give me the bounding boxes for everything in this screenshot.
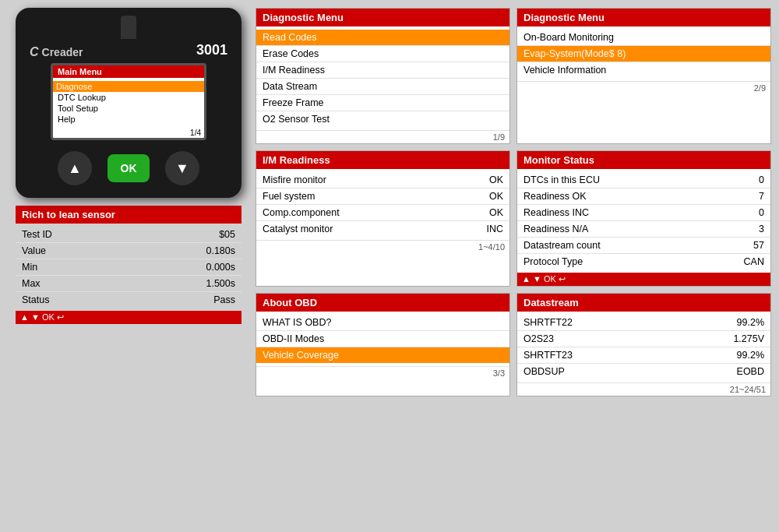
monitor-label-dtcs: DTCs in this ECU <box>523 174 759 185</box>
diag1-body: Read Codes Erase Codes I/M Readiness Dat… <box>256 26 509 130</box>
monitor-value-dtcs: 0 <box>759 174 764 185</box>
monitor-row-ds: Datastream count 57 <box>517 238 770 254</box>
im-value-misfire: OK <box>489 174 503 185</box>
ds-row-shrtft23: SHRTFT23 99.2% <box>517 347 770 364</box>
diag2-label-vi: Vehicle Information <box>523 65 764 76</box>
down-button[interactable]: ▼ <box>165 151 199 185</box>
diag2-label-evap: Evap-System(Mode$ 8) <box>523 48 764 59</box>
im-label-fuel: Fuel system <box>263 191 489 202</box>
ds-label-obdsup: OBDSUP <box>523 366 737 377</box>
diag2-vehicle-info[interactable]: Vehicle Information <box>517 62 770 78</box>
im-row-comp: Comp.component OK <box>256 205 509 221</box>
monitor-label-ds: Datastream count <box>523 240 753 251</box>
diag1-im-readiness[interactable]: I/M Readiness <box>256 62 509 79</box>
device-column: C Creader 3001 Main Menu Diagnose DTC Lo… <box>8 8 249 324</box>
im-value-catalyst: INC <box>486 224 503 234</box>
obd-row-modes[interactable]: OBD-II Modes <box>256 331 509 347</box>
monitor-value-proto: CAN <box>744 256 764 267</box>
screen-item-diagnose[interactable]: Diagnose <box>53 81 204 92</box>
monitor-row-dtcs: DTCs in this ECU 0 <box>517 172 770 188</box>
screen-item-tool[interactable]: Tool Setup <box>58 103 199 114</box>
device-brand: C Creader <box>30 45 83 59</box>
monitor-body: DTCs in this ECU 0 Readiness OK 7 Readin… <box>517 169 770 273</box>
diag1-label-o2: O2 Sensor Test <box>263 114 503 125</box>
screen-item-help[interactable]: Help <box>58 114 199 125</box>
sensor-label-min: Min <box>22 262 206 273</box>
ds-footer: 21~24/51 <box>517 382 770 396</box>
sensor-value-testid: $05 <box>219 229 235 240</box>
diag2-onboard[interactable]: On-Board Monitoring <box>517 30 770 46</box>
sensor-row-max: Max 1.500s <box>16 276 241 292</box>
sensor-value-min: 0.000s <box>206 262 235 273</box>
device-model: 3001 <box>196 42 227 58</box>
im-footer: 1~4/10 <box>256 240 509 253</box>
ds-row-shrtft22: SHRTFT22 99.2% <box>517 315 770 331</box>
im-value-fuel: OK <box>489 191 503 202</box>
diag2-body: On-Board Monitoring Evap-System(Mode$ 8)… <box>517 26 770 81</box>
sensor-label-testid: Test ID <box>22 229 219 240</box>
monitor-row-ok: Readiness OK 7 <box>517 188 770 205</box>
screen-header: Main Menu <box>53 65 204 78</box>
device-cable <box>121 16 136 39</box>
ok-button[interactable]: OK <box>108 154 150 182</box>
obd-label-coverage: Vehicle Coverage <box>263 350 503 361</box>
sensor-footer-nav: ▲ ▼ OK ↩ <box>16 311 241 324</box>
im-row-catalyst: Catalyst monitor INC <box>256 221 509 237</box>
im-label-misfire: Misfire monitor <box>263 174 489 185</box>
diag1-data-stream[interactable]: Data Stream <box>256 79 509 95</box>
sensor-value-value: 0.180s <box>206 245 235 256</box>
ds-row-obdsup: OBDSUP EOBD <box>517 364 770 379</box>
im-label-catalyst: Catalyst monitor <box>263 224 486 234</box>
ds-body: SHRTFT22 99.2% O2S23 1.275V SHRTFT23 99.… <box>517 312 770 382</box>
diag1-label-im: I/M Readiness <box>263 65 503 76</box>
monitor-label-proto: Protocol Type <box>523 256 744 267</box>
row2: I/M Readiness Misfire monitor OK Fuel sy… <box>256 150 771 287</box>
screen-item-dtc[interactable]: DTC Lookup <box>58 92 199 103</box>
ds-header: Datastream <box>517 294 770 312</box>
up-button[interactable]: ▲ <box>58 151 92 185</box>
ds-label-shrtft22: SHRTFT22 <box>523 317 737 328</box>
panels-column: Diagnostic Menu Read Codes Erase Codes I… <box>256 8 771 396</box>
diag2-footer: 2/9 <box>517 81 770 94</box>
ds-label-shrtft23: SHRTFT23 <box>523 350 737 361</box>
diag1-read-codes[interactable]: Read Codes <box>256 30 509 46</box>
obd-body: WHAT IS OBD? OBD-II Modes Vehicle Covera… <box>256 312 509 366</box>
diag1-freeze-frame[interactable]: Freeze Frame <box>256 95 509 111</box>
diag1-o2-sensor[interactable]: O2 Sensor Test <box>256 111 509 127</box>
monitor-label-na: Readiness N/A <box>523 224 759 234</box>
diag2-evap[interactable]: Evap-System(Mode$ 8) <box>517 46 770 62</box>
im-row-fuel: Fuel system OK <box>256 188 509 205</box>
device-buttons: ▲ OK ▼ <box>58 151 199 185</box>
monitor-row-inc: Readiness INC 0 <box>517 205 770 221</box>
monitor-value-inc: 0 <box>759 207 764 218</box>
sensor-row-value: Value 0.180s <box>16 243 241 259</box>
diag1-label-ec: Erase Codes <box>263 48 503 59</box>
monitor-footer-nav: ▲ ▼ OK ↩ <box>517 273 770 286</box>
row1: Diagnostic Menu Read Codes Erase Codes I… <box>256 8 771 144</box>
monitor-value-ds: 57 <box>753 240 764 251</box>
brand-label: Creader <box>42 46 83 58</box>
sensor-row-status: Status Pass <box>16 292 241 308</box>
obd-row-coverage[interactable]: Vehicle Coverage <box>256 347 509 363</box>
diag1-label-rc: Read Codes <box>263 32 503 43</box>
obd-row-what[interactable]: WHAT IS OBD? <box>256 315 509 331</box>
datastream-panel: Datastream SHRTFT22 99.2% O2S23 1.275V S… <box>516 293 771 396</box>
screen-menu: Diagnose DTC Lookup Tool Setup Help <box>53 78 204 128</box>
ds-value-obdsup: EOBD <box>737 366 764 377</box>
diag1-label-ds: Data Stream <box>263 81 503 92</box>
diag1-label-ff: Freeze Frame <box>263 97 503 108</box>
diag1-erase-codes[interactable]: Erase Codes <box>256 46 509 62</box>
monitor-value-na: 3 <box>759 224 764 234</box>
about-obd-panel: About OBD WHAT IS OBD? OBD-II Modes Vehi… <box>256 293 510 396</box>
obd-label-modes: OBD-II Modes <box>263 333 503 344</box>
im-row-misfire: Misfire monitor OK <box>256 172 509 188</box>
diagnostic-menu-1: Diagnostic Menu Read Codes Erase Codes I… <box>256 8 510 144</box>
obd-header: About OBD <box>256 294 509 312</box>
sensor-nav-text: ▲ ▼ OK ↩ <box>20 312 64 322</box>
sensor-value-status: Pass <box>213 294 235 305</box>
im-body: Misfire monitor OK Fuel system OK Comp.c… <box>256 169 509 240</box>
rich-lean-panel: Rich to lean sensor Test ID $05 Value 0.… <box>16 206 241 324</box>
sensor-label-value: Value <box>22 245 206 256</box>
im-header: I/M Readiness <box>256 151 509 169</box>
ds-value-shrtft22: 99.2% <box>737 317 764 328</box>
